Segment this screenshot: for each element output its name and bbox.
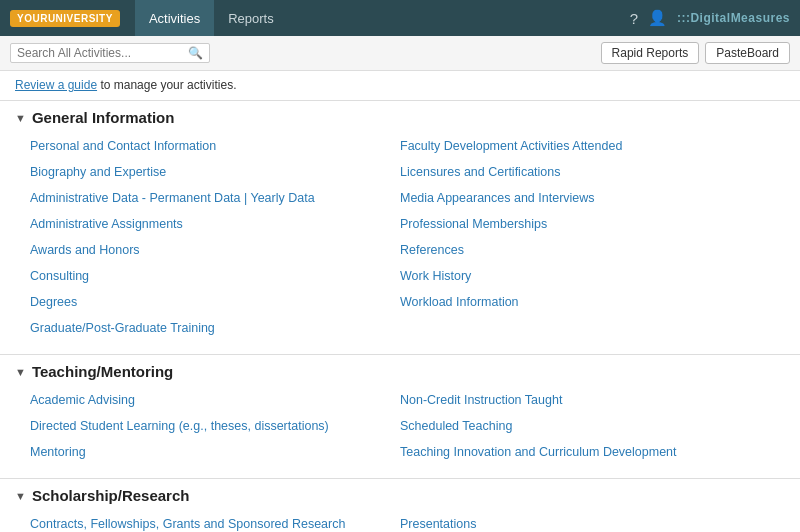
search-bar: 🔍 Rapid Reports PasteBoard bbox=[0, 36, 800, 71]
list-item[interactable]: Mentoring bbox=[30, 440, 400, 464]
chevron-icon: ▼ bbox=[15, 490, 26, 502]
list-item[interactable]: Academic Advising bbox=[30, 388, 400, 412]
section-col1-scholarship: Contracts, Fellowships, Grants and Spons… bbox=[30, 512, 400, 532]
nav-tab-activities[interactable]: Activities bbox=[135, 0, 214, 36]
header-right: ? 👤 :::DigitalMeasures bbox=[630, 9, 790, 27]
header-buttons: Rapid Reports PasteBoard bbox=[601, 42, 790, 64]
chevron-icon: ▼ bbox=[15, 366, 26, 378]
list-item[interactable]: Personal and Contact Information bbox=[30, 134, 400, 158]
list-item[interactable]: Consulting bbox=[30, 264, 400, 288]
section-teaching: ▼Teaching/MentoringAcademic AdvisingDire… bbox=[0, 354, 800, 474]
rapid-reports-button[interactable]: Rapid Reports bbox=[601, 42, 700, 64]
search-input-wrap: 🔍 bbox=[10, 43, 210, 63]
section-title: Scholarship/Research bbox=[32, 487, 190, 504]
guide-link[interactable]: Review a guide bbox=[15, 78, 97, 92]
section-title: General Information bbox=[32, 109, 175, 126]
search-input[interactable] bbox=[17, 46, 188, 60]
list-item[interactable]: Biography and Expertise bbox=[30, 160, 400, 184]
list-item[interactable]: Directed Student Learning (e.g., theses,… bbox=[30, 414, 400, 438]
list-item[interactable]: Administrative Data - Permanent Data | Y… bbox=[30, 186, 400, 210]
list-item[interactable]: Awards and Honors bbox=[30, 238, 400, 262]
section-body-scholarship: Contracts, Fellowships, Grants and Spons… bbox=[0, 510, 800, 532]
section-col1-general: Personal and Contact InformationBiograph… bbox=[30, 134, 400, 340]
section-body-general: Personal and Contact InformationBiograph… bbox=[0, 132, 800, 350]
help-icon[interactable]: ? bbox=[630, 10, 638, 27]
list-item[interactable]: Faculty Development Activities Attended bbox=[400, 134, 770, 158]
list-item[interactable]: Degrees bbox=[30, 290, 400, 314]
section-header-scholarship[interactable]: ▼Scholarship/Research bbox=[0, 479, 800, 510]
university-logo: YOURUNIVERSITY bbox=[10, 10, 120, 27]
section-body-teaching: Academic AdvisingDirected Student Learni… bbox=[0, 386, 800, 474]
section-header-general[interactable]: ▼General Information bbox=[0, 101, 800, 132]
section-title: Teaching/Mentoring bbox=[32, 363, 173, 380]
section-general: ▼General InformationPersonal and Contact… bbox=[0, 100, 800, 350]
main-content: ▼General InformationPersonal and Contact… bbox=[0, 100, 800, 532]
list-item[interactable]: Non-Credit Instruction Taught bbox=[400, 388, 770, 412]
list-item[interactable]: Professional Memberships bbox=[400, 212, 770, 236]
list-item[interactable]: Work History bbox=[400, 264, 770, 288]
user-icon[interactable]: 👤 bbox=[648, 9, 667, 27]
section-col2-teaching: Non-Credit Instruction TaughtScheduled T… bbox=[400, 388, 770, 464]
section-col1-teaching: Academic AdvisingDirected Student Learni… bbox=[30, 388, 400, 464]
list-item[interactable]: Contracts, Fellowships, Grants and Spons… bbox=[30, 512, 400, 532]
list-item[interactable]: Graduate/Post-Graduate Training bbox=[30, 316, 400, 340]
digital-measures-brand: :::DigitalMeasures bbox=[677, 11, 790, 25]
list-item[interactable]: Scheduled Teaching bbox=[400, 414, 770, 438]
nav-tab-reports[interactable]: Reports bbox=[214, 0, 288, 36]
guide-bar: Review a guide to manage your activities… bbox=[0, 71, 800, 96]
pasteboard-button[interactable]: PasteBoard bbox=[705, 42, 790, 64]
main-nav: Activities Reports bbox=[135, 0, 288, 36]
section-scholarship: ▼Scholarship/ResearchContracts, Fellowsh… bbox=[0, 478, 800, 532]
section-col2-scholarship: PresentationsPublicationsResearch Activi… bbox=[400, 512, 770, 532]
list-item[interactable]: Workload Information bbox=[400, 290, 770, 314]
guide-suffix: to manage your activities. bbox=[97, 78, 236, 92]
list-item[interactable]: Media Appearances and Interviews bbox=[400, 186, 770, 210]
list-item[interactable]: Teaching Innovation and Curriculum Devel… bbox=[400, 440, 770, 464]
list-item[interactable]: Administrative Assignments bbox=[30, 212, 400, 236]
main-header: YOURUNIVERSITY Activities Reports ? 👤 ::… bbox=[0, 0, 800, 36]
section-col2-general: Faculty Development Activities AttendedL… bbox=[400, 134, 770, 340]
list-item[interactable]: Licensures and Certifications bbox=[400, 160, 770, 184]
list-item[interactable]: References bbox=[400, 238, 770, 262]
search-icon[interactable]: 🔍 bbox=[188, 46, 203, 60]
section-header-teaching[interactable]: ▼Teaching/Mentoring bbox=[0, 355, 800, 386]
chevron-icon: ▼ bbox=[15, 112, 26, 124]
list-item[interactable]: Presentations bbox=[400, 512, 770, 532]
